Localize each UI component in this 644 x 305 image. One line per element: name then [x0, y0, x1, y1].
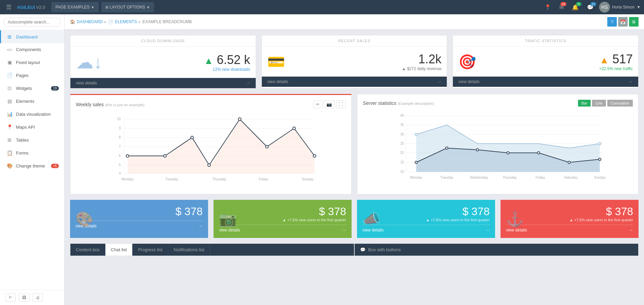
sidebar-item-label: Widgets: [16, 86, 32, 91]
breadcrumb-question-button[interactable]: ?: [607, 17, 617, 27]
chat-icon-button[interactable]: 💬 21: [584, 3, 596, 12]
chart-dot: [191, 136, 193, 139]
sidebar-item-components[interactable]: </> Components: [0, 43, 64, 56]
stat-card-traffic: TRAFIC STATISTICS 🎯 ▲ 517 +22.5% new tra…: [453, 35, 639, 89]
chart-line-button[interactable]: Line: [592, 100, 606, 107]
widgets-icon: ⊡: [6, 85, 13, 91]
breadcrumb-dashboard[interactable]: DASHBOARD: [77, 19, 103, 24]
svg-text:Monday: Monday: [121, 177, 134, 181]
sidebar-item-label: Elements: [16, 99, 34, 104]
color-card-red: ⚓ $ 378 ▲ +7,6% new users in the first q…: [501, 200, 639, 238]
svg-text:15: 15: [400, 160, 404, 164]
traffic-sub: +22.5% new traffic: [599, 66, 633, 71]
recent-sales-footer-label: view details: [267, 79, 288, 84]
red-card-footer[interactable]: view details →: [506, 225, 633, 232]
tab-content-box[interactable]: Content box: [70, 244, 105, 256]
user-menu[interactable]: HS Horia Simon ▼: [599, 2, 641, 13]
traffic-footer-label: view details: [458, 79, 479, 84]
blue-card-value: $ 378: [75, 205, 203, 218]
sidebar-item-forms[interactable]: 📋 Forms: [0, 146, 64, 159]
chart-expand-button[interactable]: ⛶: [336, 100, 346, 108]
traffic-title: TRAFIC STATISTICS: [453, 35, 638, 47]
sidebar-image-button[interactable]: 🖼: [19, 293, 29, 302]
svg-text:8: 8: [119, 135, 121, 139]
blue-card-footer[interactable]: view details →: [75, 221, 203, 228]
layout-options-button[interactable]: ⊞ LAYOUT OPTIONS ▼: [101, 2, 154, 12]
tab-progress-list[interactable]: Progress list: [133, 244, 168, 256]
location-icon-button[interactable]: 📍: [542, 3, 554, 12]
chart-edit-button[interactable]: ✏: [313, 100, 322, 108]
sidebar-item-elements[interactable]: ▤ Elements: [0, 95, 64, 108]
page-content: CLOUD DOWNLOADS ☁↓ ▲ 6.52 k 12% new down…: [65, 30, 644, 305]
svg-text:25: 25: [400, 142, 404, 145]
bottom-section: Content box Chat list Progress list Noti…: [70, 243, 639, 256]
sidebar-print-button[interactable]: 🖨: [33, 293, 43, 302]
cloud-downloads-footer-arrow: →: [246, 81, 250, 85]
breadcrumb: 🏠 DASHBOARD ▸ 📄 ELEMENTS ▸ EXAMPLE BREAD…: [70, 19, 192, 24]
red-card-footer-arrow: →: [629, 228, 633, 232]
search-input[interactable]: [3, 18, 61, 27]
svg-text:5: 5: [119, 163, 121, 167]
server-dot: [415, 161, 418, 164]
recent-sales-footer[interactable]: view details →: [262, 77, 447, 87]
bell-icon-button[interactable]: 🔔 5: [569, 3, 581, 12]
box-with-buttons-title: Box with buttons: [368, 247, 401, 252]
sidebar-item-maps-api[interactable]: 📍 Maps API: [0, 121, 64, 133]
sidebar-item-fixed-layout[interactable]: ▣ Fixed layout: [0, 56, 64, 69]
green-card-sub: ▲ +7,6% new users in the first quarter: [219, 218, 346, 222]
chart-cumulative-button[interactable]: Cumulative: [607, 100, 633, 107]
server-dot: [599, 158, 601, 161]
weekly-sales-subtitle: (this is just an example): [105, 103, 145, 107]
breadcrumb-sep-1: ▸: [104, 19, 106, 24]
sidebar-item-widgets[interactable]: ⊡ Widgets 19: [0, 82, 64, 95]
page-examples-button[interactable]: PAGE EXAMPLES ▼: [51, 2, 98, 12]
sidebar-item-data-viz[interactable]: 📊 Data visualization: [0, 108, 64, 121]
widgets-badge: 19: [51, 86, 59, 91]
chart-dot: [208, 164, 210, 166]
svg-text:Thursday: Thursday: [503, 176, 517, 179]
sidebar-flag-button[interactable]: 🏳: [5, 293, 16, 302]
server-stats-subtitle: (Example description): [398, 101, 434, 106]
weekly-area: [128, 119, 315, 174]
breadcrumb-calendar-button[interactable]: 📅: [618, 17, 628, 27]
cloud-downloads-footer[interactable]: view details →: [70, 78, 256, 88]
green-card-value: $ 378: [219, 205, 346, 218]
pages-icon: 📄: [6, 73, 13, 78]
weekly-sales-header: Weekly sales (this is just an example) ✏…: [76, 100, 346, 108]
server-stats-chart: Server statistics (Example description) …: [357, 94, 639, 194]
sidebar-item-change-theme[interactable]: 🎨 Change theme +6: [0, 159, 64, 172]
bottom-left-card: Content box Chat list Progress list Noti…: [70, 243, 354, 256]
sidebar-item-dashboard[interactable]: ⊞ Dashboard: [0, 30, 64, 43]
sidebar-bottom-actions: 🏳 🖼 🖨: [0, 290, 64, 305]
tab-notifications-list[interactable]: Notifications list: [168, 244, 210, 256]
sidebar-item-tables[interactable]: ⊞ Tables: [0, 133, 64, 146]
sidebar-item-label: Data visualization: [16, 112, 51, 117]
teal-card-value: $ 378: [362, 205, 490, 218]
mail-icon-button[interactable]: ✉ 18: [557, 3, 566, 12]
traffic-footer[interactable]: view details →: [453, 77, 638, 87]
breadcrumb-settings-button[interactable]: ⚙: [629, 17, 639, 27]
breadcrumb-sep-2: ▸: [139, 19, 141, 24]
teal-card-footer-arrow: →: [486, 228, 490, 232]
sidebar-navigation: ⊞ Dashboard </> Components ▣ Fixed layou…: [0, 30, 64, 290]
svg-text:10: 10: [400, 170, 404, 174]
layout-options-caret: ▼: [147, 5, 150, 9]
teal-card-footer[interactable]: view details →: [362, 225, 490, 232]
teal-card-sub: ▲ +7,6% new users in the first quarter: [362, 218, 490, 222]
green-card-footer[interactable]: view details →: [219, 225, 346, 232]
hamburger-button[interactable]: ☰: [3, 2, 14, 12]
chart-bar-button[interactable]: Bar: [578, 100, 591, 107]
server-stats-header: Server statistics (Example description) …: [363, 100, 633, 107]
cloud-downloads-sub: 12% new downloads: [204, 67, 250, 72]
svg-text:Friday: Friday: [259, 177, 268, 181]
chart-dot: [164, 155, 166, 157]
chart-camera-button[interactable]: 📷: [324, 100, 335, 108]
color-card-green: 📷 $ 378 ▲ +7,6% new users in the first q…: [214, 200, 352, 238]
breadcrumb-elements[interactable]: ELEMENTS: [115, 19, 137, 24]
weekly-sales-actions: ✏ 📷 ⛶: [313, 100, 346, 108]
tab-chat-list[interactable]: Chat list: [105, 244, 133, 256]
red-card-footer-label: view details: [506, 228, 527, 232]
chat-badge: 21: [590, 2, 596, 6]
sidebar-item-pages[interactable]: 📄 Pages: [0, 69, 64, 82]
chart-dot: [126, 155, 129, 157]
